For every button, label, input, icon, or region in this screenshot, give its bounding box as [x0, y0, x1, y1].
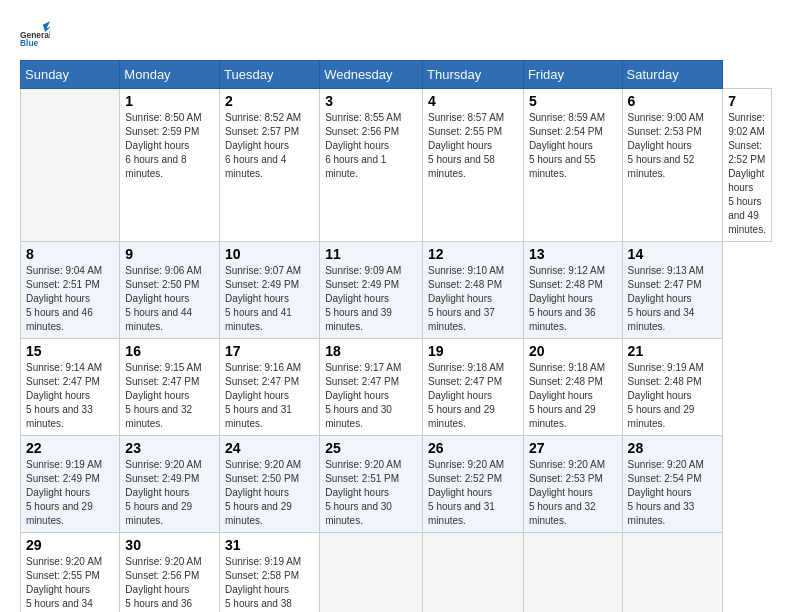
calendar-cell: 3 Sunrise: 8:55 AMSunset: 2:56 PMDayligh…	[320, 89, 423, 242]
day-info: Sunrise: 9:16 AMSunset: 2:47 PMDaylight …	[225, 361, 314, 431]
calendar-cell	[423, 533, 524, 613]
calendar-cell: 1 Sunrise: 8:50 AMSunset: 2:59 PMDayligh…	[120, 89, 220, 242]
day-number: 4	[428, 93, 518, 109]
day-number: 12	[428, 246, 518, 262]
svg-text:Blue: Blue	[20, 38, 39, 48]
day-info: Sunrise: 9:20 AMSunset: 2:53 PMDaylight …	[529, 458, 617, 528]
day-info: Sunrise: 9:00 AMSunset: 2:53 PMDaylight …	[628, 111, 718, 181]
calendar-cell: 6 Sunrise: 9:00 AMSunset: 2:53 PMDayligh…	[622, 89, 723, 242]
day-number: 18	[325, 343, 417, 359]
calendar-week: 29 Sunrise: 9:20 AMSunset: 2:55 PMDaylig…	[21, 533, 772, 613]
day-number: 24	[225, 440, 314, 456]
day-info: Sunrise: 9:12 AMSunset: 2:48 PMDaylight …	[529, 264, 617, 334]
day-number: 14	[628, 246, 718, 262]
header: General Blue	[20, 20, 772, 50]
day-number: 21	[628, 343, 718, 359]
day-number: 5	[529, 93, 617, 109]
day-number: 22	[26, 440, 114, 456]
day-info: Sunrise: 9:19 AMSunset: 2:48 PMDaylight …	[628, 361, 718, 431]
calendar-cell: 30 Sunrise: 9:20 AMSunset: 2:56 PMDaylig…	[120, 533, 220, 613]
calendar-cell	[21, 89, 120, 242]
day-info: Sunrise: 9:20 AMSunset: 2:50 PMDaylight …	[225, 458, 314, 528]
day-info: Sunrise: 9:20 AMSunset: 2:55 PMDaylight …	[26, 555, 114, 612]
calendar-cell: 23 Sunrise: 9:20 AMSunset: 2:49 PMDaylig…	[120, 436, 220, 533]
calendar-cell: 8 Sunrise: 9:04 AMSunset: 2:51 PMDayligh…	[21, 242, 120, 339]
calendar-cell: 24 Sunrise: 9:20 AMSunset: 2:50 PMDaylig…	[220, 436, 320, 533]
calendar-week: 22 Sunrise: 9:19 AMSunset: 2:49 PMDaylig…	[21, 436, 772, 533]
day-number: 15	[26, 343, 114, 359]
day-number: 19	[428, 343, 518, 359]
day-info: Sunrise: 9:07 AMSunset: 2:49 PMDaylight …	[225, 264, 314, 334]
day-number: 13	[529, 246, 617, 262]
calendar-cell: 26 Sunrise: 9:20 AMSunset: 2:52 PMDaylig…	[423, 436, 524, 533]
day-info: Sunrise: 9:02 AMSunset: 2:52 PMDaylight …	[728, 111, 766, 237]
calendar-cell: 4 Sunrise: 8:57 AMSunset: 2:55 PMDayligh…	[423, 89, 524, 242]
day-info: Sunrise: 9:18 AMSunset: 2:48 PMDaylight …	[529, 361, 617, 431]
day-info: Sunrise: 8:55 AMSunset: 2:56 PMDaylight …	[325, 111, 417, 181]
day-info: Sunrise: 9:17 AMSunset: 2:47 PMDaylight …	[325, 361, 417, 431]
calendar-cell: 29 Sunrise: 9:20 AMSunset: 2:55 PMDaylig…	[21, 533, 120, 613]
day-number: 23	[125, 440, 214, 456]
weekday-header: Wednesday	[320, 61, 423, 89]
calendar-week: 8 Sunrise: 9:04 AMSunset: 2:51 PMDayligh…	[21, 242, 772, 339]
calendar-cell: 2 Sunrise: 8:52 AMSunset: 2:57 PMDayligh…	[220, 89, 320, 242]
calendar-cell: 5 Sunrise: 8:59 AMSunset: 2:54 PMDayligh…	[523, 89, 622, 242]
logo: General Blue	[20, 20, 50, 50]
day-info: Sunrise: 9:10 AMSunset: 2:48 PMDaylight …	[428, 264, 518, 334]
day-number: 7	[728, 93, 766, 109]
day-number: 28	[628, 440, 718, 456]
calendar-cell: 27 Sunrise: 9:20 AMSunset: 2:53 PMDaylig…	[523, 436, 622, 533]
day-info: Sunrise: 9:19 AMSunset: 2:49 PMDaylight …	[26, 458, 114, 528]
calendar-cell: 21 Sunrise: 9:19 AMSunset: 2:48 PMDaylig…	[622, 339, 723, 436]
day-info: Sunrise: 8:52 AMSunset: 2:57 PMDaylight …	[225, 111, 314, 181]
header-row: SundayMondayTuesdayWednesdayThursdayFrid…	[21, 61, 772, 89]
calendar-cell: 18 Sunrise: 9:17 AMSunset: 2:47 PMDaylig…	[320, 339, 423, 436]
calendar-cell: 22 Sunrise: 9:19 AMSunset: 2:49 PMDaylig…	[21, 436, 120, 533]
day-number: 10	[225, 246, 314, 262]
calendar-week: 1 Sunrise: 8:50 AMSunset: 2:59 PMDayligh…	[21, 89, 772, 242]
day-info: Sunrise: 9:20 AMSunset: 2:56 PMDaylight …	[125, 555, 214, 612]
weekday-header: Sunday	[21, 61, 120, 89]
calendar-cell: 25 Sunrise: 9:20 AMSunset: 2:51 PMDaylig…	[320, 436, 423, 533]
day-number: 26	[428, 440, 518, 456]
calendar-cell	[523, 533, 622, 613]
logo-icon: General Blue	[20, 20, 50, 50]
calendar-cell: 28 Sunrise: 9:20 AMSunset: 2:54 PMDaylig…	[622, 436, 723, 533]
calendar-cell: 9 Sunrise: 9:06 AMSunset: 2:50 PMDayligh…	[120, 242, 220, 339]
day-info: Sunrise: 9:14 AMSunset: 2:47 PMDaylight …	[26, 361, 114, 431]
day-info: Sunrise: 8:57 AMSunset: 2:55 PMDaylight …	[428, 111, 518, 181]
day-info: Sunrise: 9:06 AMSunset: 2:50 PMDaylight …	[125, 264, 214, 334]
day-number: 17	[225, 343, 314, 359]
day-number: 2	[225, 93, 314, 109]
day-info: Sunrise: 9:20 AMSunset: 2:51 PMDaylight …	[325, 458, 417, 528]
calendar-cell: 16 Sunrise: 9:15 AMSunset: 2:47 PMDaylig…	[120, 339, 220, 436]
day-number: 30	[125, 537, 214, 553]
calendar-table: SundayMondayTuesdayWednesdayThursdayFrid…	[20, 60, 772, 612]
day-info: Sunrise: 9:13 AMSunset: 2:47 PMDaylight …	[628, 264, 718, 334]
calendar-cell: 12 Sunrise: 9:10 AMSunset: 2:48 PMDaylig…	[423, 242, 524, 339]
calendar-cell: 19 Sunrise: 9:18 AMSunset: 2:47 PMDaylig…	[423, 339, 524, 436]
day-info: Sunrise: 9:19 AMSunset: 2:58 PMDaylight …	[225, 555, 314, 612]
day-number: 29	[26, 537, 114, 553]
day-info: Sunrise: 9:04 AMSunset: 2:51 PMDaylight …	[26, 264, 114, 334]
calendar-cell: 15 Sunrise: 9:14 AMSunset: 2:47 PMDaylig…	[21, 339, 120, 436]
weekday-header: Monday	[120, 61, 220, 89]
weekday-header: Thursday	[423, 61, 524, 89]
calendar-cell: 14 Sunrise: 9:13 AMSunset: 2:47 PMDaylig…	[622, 242, 723, 339]
weekday-header: Saturday	[622, 61, 723, 89]
day-number: 6	[628, 93, 718, 109]
calendar-cell	[320, 533, 423, 613]
day-number: 25	[325, 440, 417, 456]
calendar-week: 15 Sunrise: 9:14 AMSunset: 2:47 PMDaylig…	[21, 339, 772, 436]
day-number: 20	[529, 343, 617, 359]
calendar-cell: 11 Sunrise: 9:09 AMSunset: 2:49 PMDaylig…	[320, 242, 423, 339]
day-info: Sunrise: 9:09 AMSunset: 2:49 PMDaylight …	[325, 264, 417, 334]
calendar-cell: 31 Sunrise: 9:19 AMSunset: 2:58 PMDaylig…	[220, 533, 320, 613]
calendar-cell: 13 Sunrise: 9:12 AMSunset: 2:48 PMDaylig…	[523, 242, 622, 339]
day-number: 11	[325, 246, 417, 262]
calendar-cell: 20 Sunrise: 9:18 AMSunset: 2:48 PMDaylig…	[523, 339, 622, 436]
day-info: Sunrise: 9:18 AMSunset: 2:47 PMDaylight …	[428, 361, 518, 431]
calendar-cell	[622, 533, 723, 613]
day-number: 31	[225, 537, 314, 553]
day-info: Sunrise: 9:20 AMSunset: 2:49 PMDaylight …	[125, 458, 214, 528]
